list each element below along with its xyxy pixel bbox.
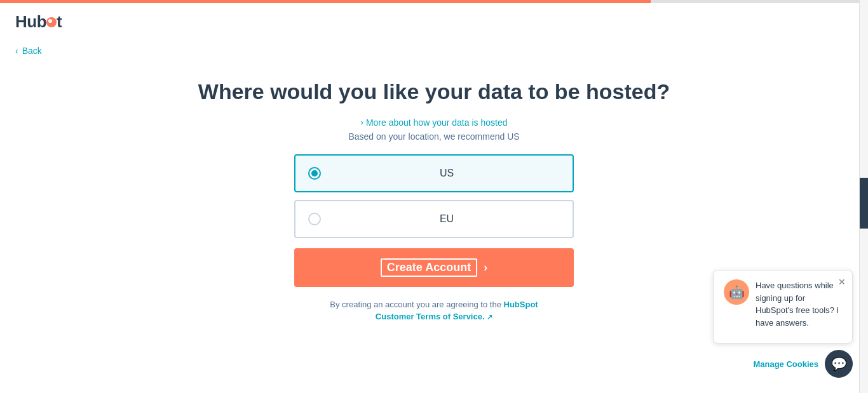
terms-prefix: By creating an account you are agreeing … xyxy=(330,300,503,309)
chat-icon: 💬 xyxy=(831,356,847,371)
scrollbar-thumb[interactable] xyxy=(860,178,868,229)
back-link[interactable]: ‹ Back xyxy=(0,41,868,66)
chat-controls: Manage Cookies 💬 xyxy=(753,350,853,378)
logo-text: Hub xyxy=(15,12,46,32)
option-us[interactable]: US xyxy=(294,154,574,192)
logo-text-end: t xyxy=(57,12,62,32)
chat-bubble: ✕ 🤖 Have questions while signing up for … xyxy=(713,270,853,343)
create-account-label: Create Account xyxy=(381,258,477,277)
terms-tos-text: Customer Terms of Service. xyxy=(376,312,485,321)
create-account-button[interactable]: Create Account › xyxy=(294,248,574,287)
chat-bubble-text: Have questions while signing up for HubS… xyxy=(756,279,842,329)
logo: Hub t xyxy=(15,12,62,32)
terms-hubspot-link[interactable]: HubSpot xyxy=(504,300,538,309)
options-container: US EU xyxy=(294,154,574,238)
back-label: Back xyxy=(22,46,42,56)
page-title: Where would you like your data to be hos… xyxy=(198,79,670,105)
chat-close-button[interactable]: ✕ xyxy=(838,276,846,289)
chat-open-button[interactable]: 💬 xyxy=(825,350,853,378)
chat-avatar: 🤖 xyxy=(724,279,749,305)
terms-text: By creating an account you are agreeing … xyxy=(330,298,538,323)
terms-tos-link[interactable]: Customer Terms of Service. ↗ xyxy=(376,312,492,321)
manage-cookies-link[interactable]: Manage Cookies xyxy=(753,359,818,369)
option-us-label: US xyxy=(334,168,560,179)
info-link[interactable]: › More about how your data is hosted xyxy=(361,117,508,128)
option-eu-label: EU xyxy=(334,213,560,225)
back-chevron-icon: ‹ xyxy=(15,46,18,56)
radio-us-inner xyxy=(311,170,318,177)
create-account-arrow-icon: › xyxy=(484,261,487,274)
external-link-icon: ↗ xyxy=(487,314,492,321)
scrollbar[interactable] xyxy=(859,0,868,393)
chevron-right-icon: › xyxy=(361,117,363,127)
option-eu[interactable]: EU xyxy=(294,200,574,238)
header: Hub t xyxy=(0,3,868,41)
radio-eu-circle xyxy=(308,213,321,225)
chat-widget: ✕ 🤖 Have questions while signing up for … xyxy=(713,270,853,378)
info-link-text: More about how your data is hosted xyxy=(366,117,508,128)
recommend-text: Based on your location, we recommend US xyxy=(348,131,519,142)
radio-us-circle xyxy=(308,167,321,180)
